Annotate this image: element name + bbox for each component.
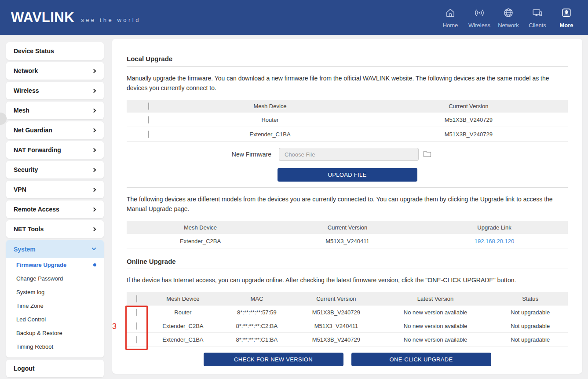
sidebar-subitem-backup-restore[interactable]: Backup & Restore: [6, 326, 104, 340]
nav-label: Wireless: [468, 22, 490, 29]
sidebar-subitem-label: Backup & Restore: [16, 330, 62, 336]
sidebar-subitem-timing-reboot[interactable]: Timing Reboot: [6, 340, 104, 353]
latest-version-cell: No new version available: [378, 309, 493, 316]
sidebar-subitem-label: Change Password: [16, 275, 63, 282]
network-icon: [503, 7, 514, 20]
upload-file-button[interactable]: UPLOAD FILE: [278, 168, 417, 182]
one-click-upgrade-button[interactable]: ONE-CLICK UPGRADE: [351, 353, 491, 366]
chevron-right-icon: [92, 168, 96, 172]
row-checkbox[interactable]: [136, 309, 137, 316]
column-header: Status: [493, 295, 568, 302]
sidebar-item-security[interactable]: Security: [6, 161, 104, 179]
table-header-row: Mesh Device Current Version Upgrade Link: [127, 221, 568, 234]
sidebar-subitem-time-zone[interactable]: Time Zone: [6, 299, 104, 313]
sidebar-item-label: Remote Access: [14, 206, 59, 213]
nav-label: Home: [443, 22, 458, 29]
nav-item-wireless[interactable]: Wireless: [467, 6, 492, 29]
current-version-cell: M51X3B_V240729: [294, 336, 378, 343]
sidebar-subitem-label: Firmware Upgrade: [16, 262, 66, 268]
online-upgrade-description: If the device has Internet access, you c…: [127, 275, 568, 285]
sidebar-item-label: VPN: [14, 186, 26, 193]
sidebar-subitem-change-password[interactable]: Change Password: [6, 272, 104, 285]
check-for-new-version-button[interactable]: CHECK FOR NEW VERSION: [204, 353, 343, 366]
sidebar-subitem-firmware-upgrade[interactable]: Firmware Upgrade: [6, 258, 104, 272]
column-header: Current Version: [294, 295, 378, 302]
sidebar-item-system[interactable]: System: [6, 240, 104, 258]
sidebar-subitem-led-control[interactable]: Led Control: [6, 313, 104, 326]
table-row: Extender_C2BA 8*:**:**:**:C2:BA M51X3_V2…: [127, 319, 568, 333]
table-row: Router M51X3B_V240729: [127, 113, 568, 127]
table-row: Extender_C1BA M51X3B_V240729: [127, 127, 568, 142]
mesh-device-cell: Extender_C1BA: [146, 336, 219, 343]
select-all-checkbox[interactable]: [148, 102, 149, 110]
table-row: Router 8*:**:**:**:57:59 M51X3B_V240729 …: [127, 306, 568, 319]
mesh-device-cell: Extender_C1BA: [171, 131, 369, 138]
sidebar-item-net-guardian[interactable]: Net Guardian: [6, 121, 104, 139]
sidebar-item-label: System: [14, 246, 36, 253]
clients-icon: [532, 7, 543, 20]
chevron-right-icon: [92, 207, 96, 211]
choose-file-input[interactable]: [279, 148, 419, 161]
same-model-table: Mesh Device Current Version Router M51X3…: [127, 100, 568, 142]
upgrade-link[interactable]: 192.168.20.120: [475, 238, 514, 244]
nav-item-network[interactable]: Network: [496, 6, 521, 29]
sidebar-item-vpn[interactable]: VPN: [6, 181, 104, 198]
nav-label: Network: [498, 22, 519, 29]
row-checkbox[interactable]: [148, 116, 149, 124]
column-header: Mesh Device: [171, 103, 369, 109]
sidebar-item-remote-access[interactable]: Remote Access: [6, 200, 104, 218]
status-cell: Not upgradable: [493, 309, 568, 316]
latest-version-cell: No new version available: [378, 336, 493, 343]
nav-label: More: [559, 22, 573, 29]
sidebar-subitem-label: Timing Reboot: [16, 343, 53, 350]
sidebar-item-logout[interactable]: Logout: [6, 360, 104, 377]
sidebar-item-label: Network: [14, 67, 38, 74]
logo-tagline: see the world: [81, 17, 141, 23]
table-header-row: Mesh Device Current Version: [127, 100, 568, 113]
sidebar-item-network[interactable]: Network: [6, 62, 104, 80]
column-header: Current Version: [369, 103, 568, 109]
sidebar-subitem-system-log[interactable]: System log: [6, 285, 104, 299]
sidebar: Device Status Network Wireless Mesh Net …: [6, 39, 104, 379]
sidebar-item-net-tools[interactable]: NET Tools: [6, 220, 104, 238]
column-header: Mesh Device: [127, 224, 274, 231]
nav-item-home[interactable]: Home: [438, 6, 463, 29]
chevron-right-icon: [92, 69, 96, 73]
local-upgrade-title: Local Upgrade: [127, 39, 568, 62]
column-header: Latest Version: [378, 295, 493, 302]
column-header: Upgrade Link: [421, 224, 568, 231]
column-header: MAC: [219, 295, 295, 302]
sidebar-subitem-label: Time Zone: [16, 302, 44, 309]
sidebar-item-label: Mesh: [14, 107, 29, 114]
divider: [127, 66, 568, 67]
divider: [127, 269, 568, 269]
sidebar-item-wireless[interactable]: Wireless: [6, 82, 104, 99]
status-cell: Not upgradable: [493, 336, 568, 343]
row-checkbox[interactable]: [136, 336, 137, 343]
sidebar-item-label: Net Guardian: [14, 127, 52, 134]
mesh-device-cell: Extender_C2BA: [146, 323, 219, 329]
online-upgrade-table: Mesh Device MAC Current Version Latest V…: [127, 292, 568, 346]
row-checkbox[interactable]: [148, 131, 149, 138]
row-checkbox[interactable]: [136, 322, 137, 330]
sidebar-item-mesh[interactable]: Mesh: [6, 102, 104, 119]
wireless-icon: [474, 7, 485, 20]
folder-icon[interactable]: [423, 150, 431, 159]
sidebar-item-nat-forwarding[interactable]: NAT Forwarding: [6, 141, 104, 159]
top-nav: Home Wireless Network Clients More: [438, 6, 579, 29]
select-all-checkbox[interactable]: [136, 295, 137, 302]
nav-item-clients[interactable]: Clients: [525, 6, 550, 29]
chevron-right-icon: [92, 108, 96, 113]
current-version-cell: M51X3B_V240729: [294, 309, 378, 316]
main-content: Local Upgrade Manually upgrade the firmw…: [112, 39, 582, 374]
table-header-row: Mesh Device MAC Current Version Latest V…: [127, 292, 568, 306]
chevron-right-icon: [92, 187, 96, 192]
sidebar-item-device-status[interactable]: Device Status: [6, 42, 104, 60]
sidebar-item-label: Security: [14, 166, 38, 173]
column-header: Mesh Device: [146, 295, 219, 302]
chevron-right-icon: [92, 128, 96, 132]
latest-version-cell: No new version available: [378, 323, 493, 329]
nav-item-more[interactable]: More: [554, 6, 579, 29]
chevron-right-icon: [92, 88, 96, 93]
app-header: WAVLINK see the world Home Wireless Netw…: [0, 0, 588, 35]
